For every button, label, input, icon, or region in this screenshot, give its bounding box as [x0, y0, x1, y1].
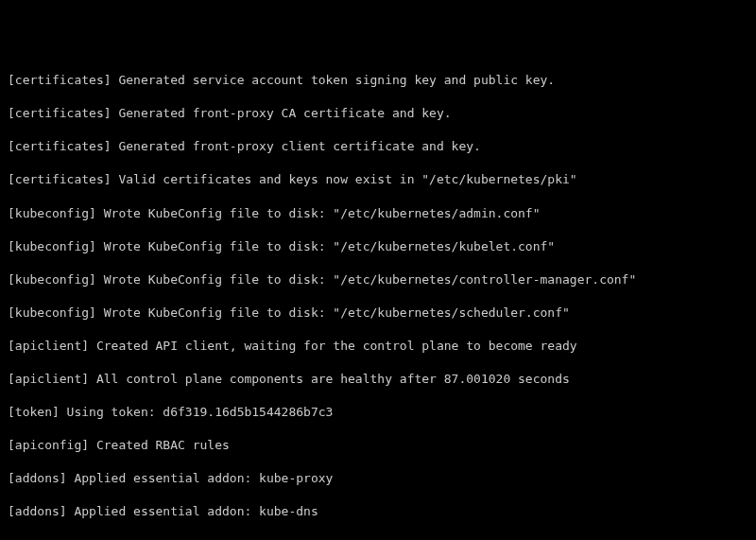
terminal-line: [kubeconfig] Wrote KubeConfig file to di… [8, 205, 748, 222]
terminal-line: [apiconfig] Created RBAC rules [8, 437, 748, 454]
terminal-line: [kubeconfig] Wrote KubeConfig file to di… [8, 271, 748, 288]
terminal-line: [apiclient] Created API client, waiting … [8, 338, 748, 355]
terminal-line: [certificates] Valid certificates and ke… [8, 171, 748, 188]
terminal-line: [certificates] Generated front-proxy CA … [8, 105, 748, 122]
terminal-line: [apiclient] All control plane components… [8, 371, 748, 388]
terminal-line [8, 537, 748, 541]
terminal-line: [certificates] Generated front-proxy cli… [8, 138, 748, 155]
terminal-line: [certificates] Generated service account… [8, 72, 748, 89]
terminal-line: [kubeconfig] Wrote KubeConfig file to di… [8, 305, 748, 322]
terminal-line: [addons] Applied essential addon: kube-p… [8, 470, 748, 487]
terminal-line: [kubeconfig] Wrote KubeConfig file to di… [8, 238, 748, 255]
terminal-line: [addons] Applied essential addon: kube-d… [8, 503, 748, 520]
terminal-line: [token] Using token: d6f319.16d5b1544286… [8, 404, 748, 421]
